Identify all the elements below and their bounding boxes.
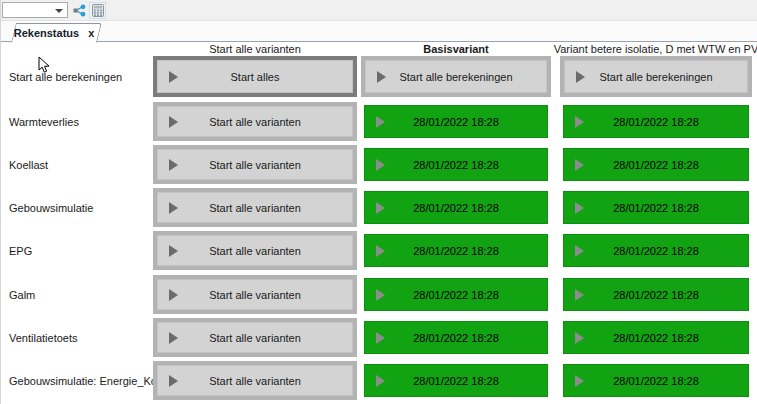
- row-label: Gebouwsimulatie: Energie_Kosten: [9, 361, 151, 400]
- button-label: 28/01/2022 18:28: [413, 159, 499, 171]
- tab-rekenstatus[interactable]: Rekenstatus x: [11, 23, 97, 42]
- grid-cell: 28/01/2022 18:28: [361, 275, 551, 314]
- grid-cell: 28/01/2022 18:28: [560, 361, 752, 400]
- grid-cell: 28/01/2022 18:28: [560, 145, 752, 184]
- row-label: Ventilatietoets: [9, 318, 151, 357]
- grid-cell: Start alles: [153, 56, 357, 97]
- calc-status-button[interactable]: 28/01/2022 18:28: [364, 364, 548, 397]
- calc-status-button[interactable]: 28/01/2022 18:28: [563, 278, 749, 311]
- grid-cell: 28/01/2022 18:28: [361, 231, 551, 270]
- calculator-button[interactable]: [89, 2, 106, 19]
- mouse-cursor: [38, 56, 50, 78]
- play-icon: [169, 159, 178, 171]
- toolbar: [1, 0, 757, 21]
- start-alle-varianten-button[interactable]: Start alle varianten: [157, 279, 353, 310]
- play-icon: [169, 332, 178, 344]
- start-alle-berekeningen-button[interactable]: Start alle berekeningen: [564, 60, 748, 93]
- calc-status-button[interactable]: 28/01/2022 18:28: [364, 278, 548, 311]
- button-label: Start alles: [231, 71, 280, 83]
- button-label: Start alle varianten: [209, 375, 301, 387]
- calc-status-button[interactable]: 28/01/2022 18:28: [563, 364, 749, 397]
- calc-status-button[interactable]: 28/01/2022 18:28: [364, 191, 548, 224]
- grid-cell: Start alle varianten: [153, 102, 357, 141]
- calc-status-button[interactable]: 28/01/2022 18:28: [364, 321, 548, 354]
- start-alle-varianten-button[interactable]: Start alle varianten: [157, 235, 353, 266]
- button-label: 28/01/2022 18:28: [413, 202, 499, 214]
- grid-cell: 28/01/2022 18:28: [361, 318, 551, 357]
- play-icon: [377, 71, 386, 83]
- start-alle-varianten-button[interactable]: Start alle varianten: [157, 149, 353, 180]
- button-label: Start alle berekeningen: [399, 71, 512, 83]
- play-icon: [576, 71, 585, 83]
- play-icon: [575, 159, 584, 171]
- start-alle-varianten-button[interactable]: Start alle varianten: [157, 365, 353, 396]
- start-alle-varianten-button[interactable]: Start alle varianten: [157, 192, 353, 223]
- calc-status-button[interactable]: 28/01/2022 18:28: [563, 191, 749, 224]
- play-icon: [575, 245, 584, 257]
- button-label: Start alle varianten: [209, 202, 301, 214]
- row-label: EPG: [9, 231, 151, 270]
- play-icon: [376, 289, 385, 301]
- calculator-icon: [92, 4, 104, 17]
- tab-label: Rekenstatus: [14, 27, 79, 39]
- calc-status-button[interactable]: 28/01/2022 18:28: [563, 234, 749, 267]
- button-label: Start alle varianten: [209, 245, 301, 257]
- button-label: 28/01/2022 18:28: [613, 332, 699, 344]
- play-icon: [376, 332, 385, 344]
- button-label: Start alle varianten: [209, 289, 301, 301]
- calc-status-button[interactable]: 28/01/2022 18:28: [364, 105, 548, 138]
- play-icon: [376, 245, 385, 257]
- share-icon: [73, 4, 86, 17]
- toolbar-combobox[interactable]: [2, 2, 68, 18]
- button-label: 28/01/2022 18:28: [413, 289, 499, 301]
- row-label: Koellast: [9, 145, 151, 184]
- play-icon: [376, 159, 385, 171]
- button-label: 28/01/2022 18:28: [613, 202, 699, 214]
- start-alles-button[interactable]: Start alles: [157, 60, 353, 93]
- calc-status-button[interactable]: 28/01/2022 18:28: [563, 321, 749, 354]
- button-label: Start alle varianten: [209, 159, 301, 171]
- play-icon: [376, 202, 385, 214]
- play-icon: [169, 289, 178, 301]
- start-alle-berekeningen-button[interactable]: Start alle berekeningen: [365, 60, 547, 93]
- play-icon: [376, 375, 385, 387]
- calc-status-button[interactable]: 28/01/2022 18:28: [563, 105, 749, 138]
- row-label: Gebouwsimulatie: [9, 188, 151, 227]
- play-icon: [575, 332, 584, 344]
- chevron-down-icon[interactable]: [55, 9, 63, 13]
- grid-cell: Start alle berekeningen: [560, 56, 752, 97]
- grid-cell: 28/01/2022 18:28: [560, 188, 752, 227]
- button-label: 28/01/2022 18:28: [413, 116, 499, 128]
- play-icon: [376, 116, 385, 128]
- play-icon: [575, 116, 584, 128]
- column-header: Variant betere isolatie, D met WTW en PV: [560, 42, 752, 55]
- button-label: Start alle berekeningen: [599, 71, 712, 83]
- button-label: 28/01/2022 18:28: [613, 289, 699, 301]
- start-alle-varianten-button[interactable]: Start alle varianten: [157, 106, 353, 137]
- grid-cell: Start alle varianten: [153, 361, 357, 400]
- play-icon: [169, 202, 178, 214]
- share-button[interactable]: [71, 2, 88, 19]
- start-alle-varianten-button[interactable]: Start alle varianten: [157, 322, 353, 353]
- tab-close-button[interactable]: x: [88, 27, 94, 39]
- grid-cell: 28/01/2022 18:28: [361, 102, 551, 141]
- play-icon: [169, 375, 178, 387]
- row-label: Warmteverlies: [9, 102, 151, 141]
- grid-cell: Start alle berekeningen: [361, 56, 551, 97]
- grid-cell: Start alle varianten: [153, 188, 357, 227]
- button-label: 28/01/2022 18:28: [613, 159, 699, 171]
- grid-cell: Start alle varianten: [153, 318, 357, 357]
- button-label: 28/01/2022 18:28: [413, 332, 499, 344]
- calc-status-button[interactable]: 28/01/2022 18:28: [563, 148, 749, 181]
- grid-cell: Start alle varianten: [153, 145, 357, 184]
- play-icon: [169, 245, 178, 257]
- grid-cell: 28/01/2022 18:28: [560, 102, 752, 141]
- calc-status-button[interactable]: 28/01/2022 18:28: [364, 148, 548, 181]
- row-label: Start alle berekeningen: [9, 56, 151, 97]
- play-icon: [169, 116, 178, 128]
- column-header: Basisvariant: [361, 42, 551, 55]
- grid-cell: Start alle varianten: [153, 275, 357, 314]
- grid-cell: 28/01/2022 18:28: [361, 145, 551, 184]
- play-icon: [575, 289, 584, 301]
- calc-status-button[interactable]: 28/01/2022 18:28: [364, 234, 548, 267]
